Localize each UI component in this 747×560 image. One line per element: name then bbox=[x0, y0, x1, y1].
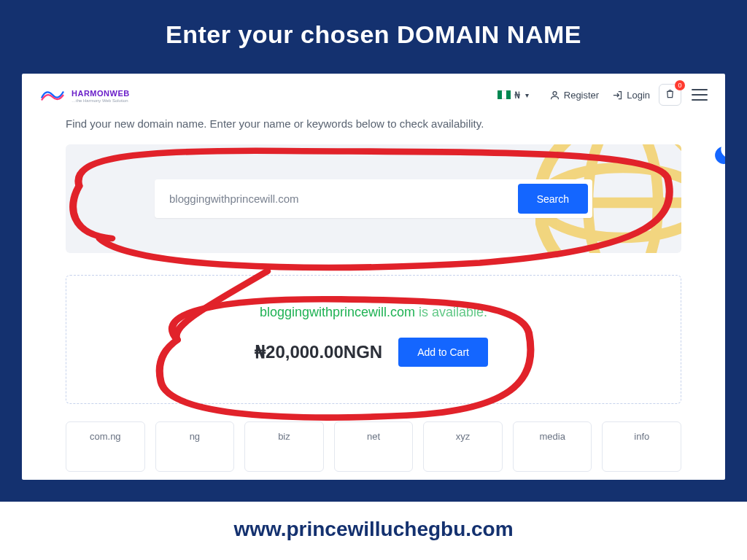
chevron-down-icon: ▾ bbox=[525, 91, 529, 99]
frame-middle: HARMONWEB …the Harmony Web Solution ₦ ▾ … bbox=[0, 74, 747, 502]
tld-option[interactable]: biz bbox=[244, 421, 324, 472]
search-panel: Search bbox=[66, 144, 681, 253]
price-line: ₦20,000.00NGN Add to Cart bbox=[255, 333, 492, 371]
brand-mark-icon bbox=[39, 86, 66, 104]
add-to-cart-button[interactable]: Add to Cart bbox=[398, 338, 488, 367]
intro-text: Find your new domain name. Enter your na… bbox=[66, 117, 681, 130]
tld-option[interactable]: com.ng bbox=[66, 421, 145, 472]
register-label: Register bbox=[564, 90, 599, 101]
brand-logo[interactable]: HARMONWEB …the Harmony Web Solution bbox=[39, 86, 130, 104]
tld-option[interactable]: net bbox=[334, 421, 414, 472]
tld-option[interactable]: xyz bbox=[423, 421, 503, 472]
tld-option[interactable]: info bbox=[602, 421, 681, 472]
login-arrow-icon bbox=[612, 90, 623, 101]
brand-name: HARMONWEB bbox=[71, 89, 130, 98]
currency-label: ₦ bbox=[514, 90, 520, 101]
result-suffix: is available. bbox=[415, 305, 487, 319]
price-value: ₦20,000.00NGN bbox=[255, 342, 382, 362]
cart-button[interactable]: 0 bbox=[659, 84, 681, 106]
topbar: HARMONWEB …the Harmony Web Solution ₦ ▾ … bbox=[22, 74, 725, 116]
cart-badge: 0 bbox=[675, 80, 685, 90]
instruction-heading: Enter your chosen DOMAIN NAME bbox=[0, 20, 747, 49]
browser-card: HARMONWEB …the Harmony Web Solution ₦ ▾ … bbox=[22, 74, 725, 480]
search-row: Search bbox=[155, 179, 592, 218]
dark-mode-toggle[interactable] bbox=[711, 144, 725, 168]
footer-url: www.princewilluchegbu.com bbox=[233, 518, 513, 540]
hamburger-menu[interactable] bbox=[692, 85, 708, 104]
register-link[interactable]: Register bbox=[545, 87, 603, 104]
footer-banner: www.princewilluchegbu.com bbox=[0, 502, 747, 560]
login-link[interactable]: Login bbox=[608, 87, 654, 104]
domain-search-input[interactable] bbox=[155, 179, 514, 218]
page-body: Find your new domain name. Enter your na… bbox=[22, 116, 725, 480]
svg-point-0 bbox=[553, 91, 557, 95]
moon-icon bbox=[711, 144, 725, 168]
user-icon bbox=[549, 90, 560, 101]
currency-selector[interactable]: ₦ ▾ bbox=[493, 87, 533, 104]
instruction-banner: Enter your chosen DOMAIN NAME bbox=[0, 0, 747, 74]
brand-tagline: …the Harmony Web Solution bbox=[71, 98, 130, 103]
tld-option[interactable]: ng bbox=[155, 421, 235, 472]
tld-option[interactable]: media bbox=[513, 421, 592, 472]
availability-result: bloggingwithprincewill.com is available.… bbox=[66, 275, 681, 404]
shopping-bag-icon bbox=[665, 88, 676, 99]
flag-nigeria-icon bbox=[498, 90, 511, 99]
tld-strip: com.ng ng biz net xyz media info bbox=[66, 421, 681, 472]
availability-line: bloggingwithprincewill.com is available. bbox=[81, 305, 666, 320]
result-domain: bloggingwithprincewill.com bbox=[260, 305, 415, 319]
search-button[interactable]: Search bbox=[518, 184, 588, 214]
login-label: Login bbox=[627, 90, 650, 101]
